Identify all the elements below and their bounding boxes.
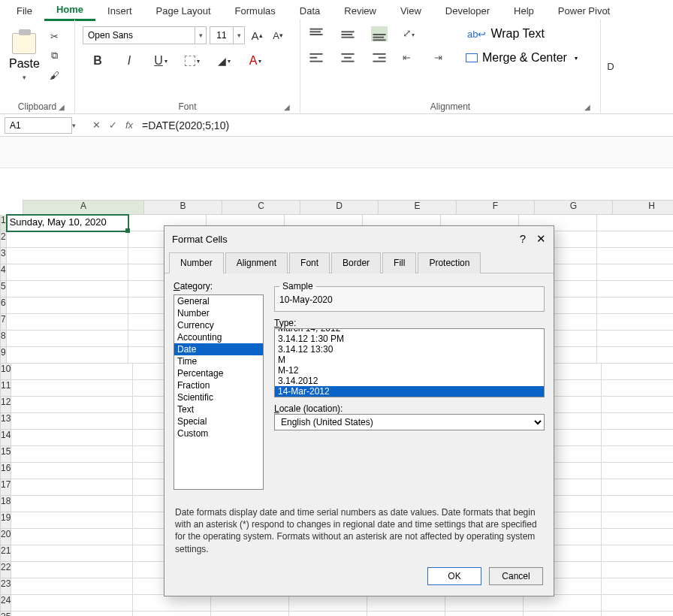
font-size-select[interactable] xyxy=(210,26,234,44)
cell[interactable] xyxy=(524,611,602,616)
bold-button[interactable]: B xyxy=(89,52,107,70)
cell[interactable] xyxy=(7,248,128,264)
cell[interactable] xyxy=(602,479,673,496)
cell[interactable] xyxy=(11,512,133,529)
cell[interactable] xyxy=(602,496,673,512)
formula-input[interactable] xyxy=(137,117,673,134)
category-item[interactable]: Special xyxy=(174,415,263,427)
align-middle-button[interactable] xyxy=(340,26,356,41)
cell[interactable] xyxy=(133,595,211,611)
row-header[interactable]: 12 xyxy=(0,397,11,413)
cell[interactable] xyxy=(133,611,211,616)
row-header[interactable]: 5 xyxy=(0,281,7,297)
cell[interactable] xyxy=(11,397,133,413)
tab-review[interactable]: Review xyxy=(332,3,388,20)
row-header[interactable]: 23 xyxy=(0,578,11,595)
cell[interactable] xyxy=(211,611,289,616)
category-item[interactable]: Scientific xyxy=(174,391,263,403)
column-header[interactable]: H xyxy=(613,200,673,215)
ribbon-overflow[interactable]: D xyxy=(601,20,620,113)
type-item[interactable]: 3.14.12 13:30 xyxy=(275,344,544,355)
column-header[interactable]: G xyxy=(535,200,613,215)
type-item[interactable]: March 14, 2012 xyxy=(275,328,544,334)
decrease-font-button[interactable]: A▾ xyxy=(269,26,287,44)
enter-formula-button[interactable]: ✓ xyxy=(104,117,121,134)
tab-help[interactable]: Help xyxy=(502,3,546,20)
tab-power-pivot[interactable]: Power Pivot xyxy=(546,3,622,20)
cell[interactable] xyxy=(602,446,673,463)
category-item[interactable]: Fraction xyxy=(174,379,263,391)
row-header[interactable]: 21 xyxy=(0,545,11,562)
category-item[interactable]: Currency xyxy=(174,319,263,331)
row-header[interactable]: 10 xyxy=(0,364,11,380)
tab-data[interactable]: Data xyxy=(288,3,332,20)
dialog-tab-border[interactable]: Border xyxy=(331,252,381,273)
column-header[interactable]: B xyxy=(144,200,222,215)
dialog-tab-fill[interactable]: Fill xyxy=(382,252,416,273)
cell[interactable] xyxy=(11,529,133,545)
cell[interactable] xyxy=(597,297,673,314)
cell[interactable] xyxy=(597,281,673,297)
align-center-button[interactable] xyxy=(340,50,356,65)
cell[interactable] xyxy=(597,331,673,347)
row-header[interactable]: 3 xyxy=(0,248,7,264)
category-item[interactable]: Time xyxy=(174,355,263,367)
row-header[interactable]: 14 xyxy=(0,430,11,446)
cell[interactable] xyxy=(11,430,133,446)
name-box[interactable] xyxy=(5,117,72,134)
dialog-tab-alignment[interactable]: Alignment xyxy=(225,252,288,273)
cell[interactable] xyxy=(597,215,673,231)
help-button[interactable]: ? xyxy=(520,232,526,246)
copy-button[interactable]: ⧉ xyxy=(46,48,64,63)
row-header[interactable]: 6 xyxy=(0,297,7,314)
row-header[interactable]: 20 xyxy=(0,529,11,545)
row-header[interactable]: 18 xyxy=(0,496,11,512)
format-painter-button[interactable]: 🖌 xyxy=(46,68,64,83)
cell[interactable] xyxy=(602,529,673,545)
align-top-button[interactable] xyxy=(308,26,324,41)
column-header[interactable]: A xyxy=(23,200,144,215)
row-header[interactable]: 7 xyxy=(0,314,7,331)
cell[interactable] xyxy=(11,611,133,616)
category-item[interactable]: Text xyxy=(174,403,263,415)
type-item[interactable]: 14-Mar-2012 xyxy=(275,386,544,397)
tab-page-layout[interactable]: Page Layout xyxy=(144,3,223,20)
cell[interactable] xyxy=(7,331,128,347)
font-color-button[interactable]: A ▾ xyxy=(246,52,264,70)
row-header[interactable]: 1 xyxy=(0,215,7,231)
close-button[interactable]: ✕ xyxy=(536,232,546,246)
category-item[interactable]: Number xyxy=(174,307,263,319)
row-header[interactable]: 13 xyxy=(0,413,11,430)
ok-button[interactable]: OK xyxy=(427,567,481,585)
type-item[interactable]: 3.14.2012 xyxy=(275,376,544,386)
increase-indent-button[interactable]: ⇥ xyxy=(434,50,451,65)
type-list[interactable]: March 14, 20123.14.12 1:30 PM3.14.12 13:… xyxy=(274,328,545,397)
cell[interactable] xyxy=(11,413,133,430)
category-list[interactable]: GeneralNumberCurrencyAccountingDateTimeP… xyxy=(174,294,264,490)
cell[interactable] xyxy=(11,595,133,611)
category-item[interactable]: Custom xyxy=(174,427,263,439)
cell[interactable] xyxy=(11,545,133,562)
column-header[interactable]: E xyxy=(379,200,457,215)
dialog-tab-number[interactable]: Number xyxy=(169,252,224,273)
cell[interactable] xyxy=(7,264,128,281)
decrease-indent-button[interactable]: ⇤ xyxy=(403,50,419,65)
locale-select[interactable]: English (United States) xyxy=(274,414,545,430)
cell[interactable] xyxy=(602,595,673,611)
row-header[interactable]: 22 xyxy=(0,562,11,578)
insert-function-button[interactable]: fx xyxy=(121,117,137,134)
cell[interactable] xyxy=(11,380,133,397)
cell[interactable] xyxy=(602,611,673,616)
underline-button[interactable]: U▾ xyxy=(152,52,170,70)
cell[interactable] xyxy=(7,297,128,314)
row-header[interactable]: 16 xyxy=(0,463,11,479)
cell[interactable] xyxy=(11,446,133,463)
row-header[interactable]: 2 xyxy=(0,231,7,248)
cell[interactable] xyxy=(602,430,673,446)
row-header[interactable]: 24 xyxy=(0,595,11,611)
cancel-button[interactable]: Cancel xyxy=(489,567,543,585)
tab-developer[interactable]: Developer xyxy=(433,3,502,20)
cell[interactable] xyxy=(597,347,673,364)
tab-formulas[interactable]: Formulas xyxy=(223,3,288,20)
cell[interactable] xyxy=(597,314,673,331)
